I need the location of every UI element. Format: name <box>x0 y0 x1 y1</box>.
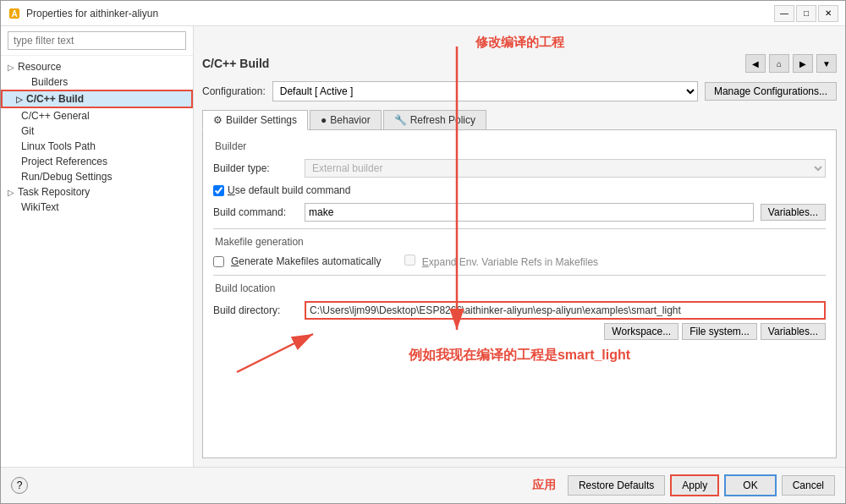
makefile-section: Makefile generation Generate Makefiles a… <box>213 236 826 268</box>
build-location-title: Build location <box>213 282 826 294</box>
tab-label: Behavior <box>330 114 370 126</box>
build-dir-input[interactable] <box>305 301 826 320</box>
annotation-modify-project: 修改编译的工程 <box>475 35 564 51</box>
sidebar-item-builders[interactable]: Builders <box>1 74 193 90</box>
build-dir-label: Build directory: <box>213 304 298 316</box>
right-panel: 修改编译的工程 C/C++ Build ◀ ⌂ ▶ ▼ Configuratio… <box>194 26 845 467</box>
configuration-row: Configuration: Default [ Active ] Manage… <box>202 81 837 101</box>
main-content: ▷ Resource Builders ▷ C/C++ Build C/C++ … <box>1 26 845 467</box>
generate-makefiles-checkbox[interactable] <box>213 256 224 267</box>
annotation-smart-light: 例如我现在编译的工程是smart_light <box>213 347 826 364</box>
makefile-options-row: Generate Makefiles automatically Expand … <box>213 255 826 268</box>
sidebar-item-wikitext[interactable]: WikiText <box>1 200 193 215</box>
builder-section-title: Builder <box>213 140 826 152</box>
sidebar-item-git[interactable]: Git <box>1 123 193 139</box>
panel-title: C/C++ Build <box>202 57 269 70</box>
sidebar-item-label: Task Repository <box>18 186 186 198</box>
properties-window: A Properties for aithinker-aliyun — □ ✕ … <box>0 0 846 504</box>
builder-type-row: Builder type: External builder <box>213 159 826 178</box>
nav-arrows: ◀ ⌂ ▶ ▼ <box>745 54 837 73</box>
configuration-select[interactable]: Default [ Active ] <box>272 81 698 101</box>
build-command-label: Build command: <box>213 206 298 218</box>
expand-arrow: ▷ <box>16 95 26 104</box>
apply-annotation: 应用 <box>532 478 556 493</box>
tree-view: ▷ Resource Builders ▷ C/C++ Build C/C++ … <box>1 56 193 467</box>
back-button[interactable]: ◀ <box>745 54 766 73</box>
apply-button[interactable]: Apply <box>670 474 719 496</box>
close-button[interactable]: ✕ <box>818 5 838 22</box>
bottom-bar: ? 应用 Restore Defaults Apply OK Cancel <box>1 467 845 503</box>
divider-1 <box>213 228 826 229</box>
sidebar-item-label: Run/Debug Settings <box>21 171 186 183</box>
tab-label: Refresh Policy <box>410 114 475 126</box>
expand-env-checkbox <box>404 255 415 266</box>
tab-refresh-policy[interactable]: 🔧 Refresh Policy <box>383 110 486 129</box>
ok-button[interactable]: OK <box>724 474 776 496</box>
minimize-button[interactable]: — <box>774 5 794 22</box>
sidebar-item-cpp-build[interactable]: ▷ C/C++ Build <box>1 90 193 108</box>
sidebar-item-label: Resource <box>18 61 186 73</box>
workspace-button[interactable]: Workspace... <box>604 323 678 340</box>
window-controls: — □ ✕ <box>774 5 838 22</box>
behavior-icon: ● <box>321 114 327 126</box>
maximize-button[interactable]: □ <box>796 5 816 22</box>
sidebar-item-label: C/C++ General <box>21 110 186 122</box>
home-button[interactable]: ⌂ <box>769 54 789 73</box>
panel-header: C/C++ Build ◀ ⌂ ▶ ▼ <box>202 54 837 73</box>
sidebar-item-project-refs[interactable]: 修改编译的工程 Project References <box>1 154 193 169</box>
build-command-row: Build command: Variables... <box>213 203 826 222</box>
cancel-button[interactable]: Cancel <box>782 475 835 496</box>
menu-button[interactable]: ▼ <box>816 54 837 73</box>
expand-env-label: Expand Env. Variable Refs in Makefiles <box>404 255 598 268</box>
tab-label: Builder Settings <box>226 114 297 126</box>
help-button[interactable]: ? <box>11 477 28 494</box>
build-dir-buttons: Workspace... File system... Variables... <box>213 323 826 340</box>
sidebar-item-label: Git <box>21 125 186 137</box>
use-default-row: Use default build command <box>213 184 826 196</box>
builder-type-label: Builder type: <box>213 162 298 174</box>
left-panel: ▷ Resource Builders ▷ C/C++ Build C/C++ … <box>1 26 194 467</box>
use-default-label: Use default build command <box>228 184 350 196</box>
manage-configurations-button[interactable]: Manage Configurations... <box>705 82 837 101</box>
builder-settings-icon: ⚙ <box>213 114 222 126</box>
sidebar-item-cpp-general[interactable]: C/C++ General <box>1 108 193 123</box>
variables-button-2[interactable]: Variables... <box>761 323 826 340</box>
build-command-input[interactable] <box>305 203 754 222</box>
search-input[interactable] <box>8 31 186 50</box>
svg-text:A: A <box>11 9 17 19</box>
bottom-right: 应用 Restore Defaults Apply OK Cancel <box>532 474 835 496</box>
refresh-icon: 🔧 <box>394 114 407 126</box>
sidebar-item-label: Project References <box>21 156 186 167</box>
tab-bar: ⚙ Builder Settings ● Behavior 🔧 Refresh … <box>202 110 837 130</box>
title-bar: A Properties for aithinker-aliyun — □ ✕ <box>1 1 845 26</box>
builder-type-select: External builder <box>305 159 826 178</box>
sidebar-item-resource[interactable]: ▷ Resource <box>1 59 193 74</box>
restore-defaults-button[interactable]: Restore Defaults <box>568 475 665 496</box>
file-system-button[interactable]: File system... <box>682 323 757 340</box>
generate-makefiles-label: Generate Makefiles automatically <box>231 255 381 267</box>
sidebar-item-label: C/C++ Build <box>26 93 184 105</box>
makefile-section-title: Makefile generation <box>213 236 826 248</box>
variables-button[interactable]: Variables... <box>761 204 826 221</box>
sidebar-item-task-repo[interactable]: ▷ Task Repository <box>1 184 193 200</box>
build-dir-row: Build directory: <box>213 301 826 320</box>
use-default-checkbox[interactable] <box>213 185 224 196</box>
sidebar-item-run-debug[interactable]: Run/Debug Settings <box>1 169 193 184</box>
configuration-label: Configuration: <box>202 85 266 97</box>
search-bar <box>1 26 193 56</box>
sidebar-item-label: Linux Tools Path <box>21 140 186 152</box>
sidebar-item-label: WikiText <box>21 201 186 213</box>
panel-body: Builder Builder type: External builder U… <box>202 130 837 458</box>
window-title: Properties for aithinker-aliyun <box>26 8 774 19</box>
expand-arrow: ▷ <box>8 63 18 72</box>
forward-button[interactable]: ▶ <box>793 54 813 73</box>
app-icon: A <box>8 7 21 20</box>
build-location-section: Build location Build directory: Workspac… <box>213 282 826 340</box>
sidebar-item-label: Builders <box>31 76 186 88</box>
tab-builder-settings[interactable]: ⚙ Builder Settings <box>202 110 308 130</box>
tab-behavior[interactable]: ● Behavior <box>310 110 382 129</box>
expand-arrow: ▷ <box>8 188 18 197</box>
bottom-left: ? <box>11 477 28 494</box>
divider-2 <box>213 275 826 276</box>
sidebar-item-linux-tools[interactable]: Linux Tools Path <box>1 139 193 154</box>
